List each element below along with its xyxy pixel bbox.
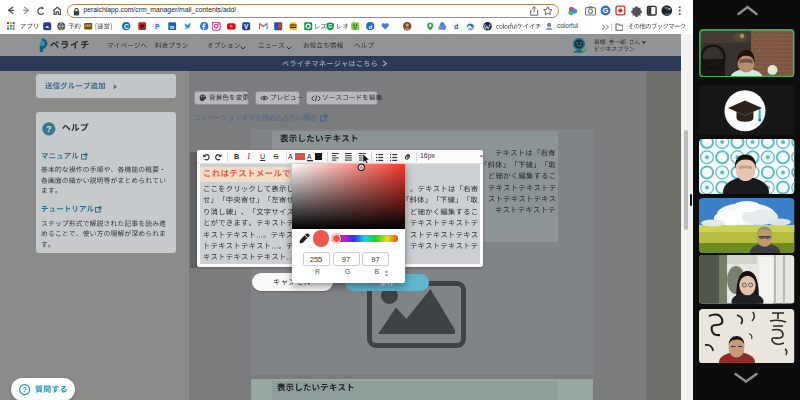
svg-text:d: d	[368, 22, 372, 29]
svg-text:V: V	[244, 22, 249, 29]
svg-text:?: ?	[22, 385, 26, 394]
svg-text:A: A	[307, 153, 312, 160]
svg-text:in: in	[169, 23, 173, 29]
svg-text:G: G	[328, 23, 332, 29]
svg-text:?: ?	[46, 123, 51, 133]
svg-text:d: d	[454, 22, 458, 29]
svg-text:G: G	[603, 6, 609, 15]
svg-text:C: C	[123, 22, 128, 29]
svg-text:P: P	[154, 22, 159, 29]
